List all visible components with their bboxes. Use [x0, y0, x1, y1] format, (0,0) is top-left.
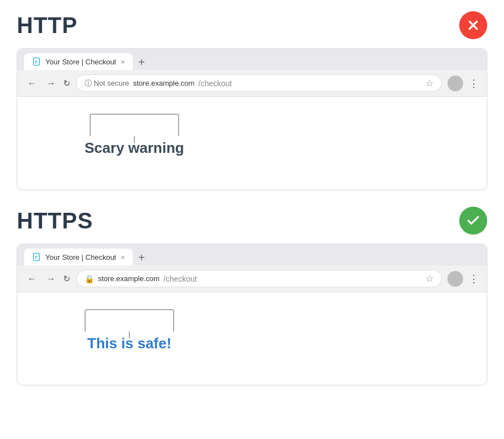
https-browser-tab[interactable]: Your Store | Checkout ×	[24, 249, 133, 265]
http-url-path: /checkout	[198, 79, 232, 88]
http-avatar	[447, 76, 463, 91]
http-forward-button[interactable]: →	[44, 77, 58, 90]
https-bookmark-button[interactable]: ☆	[426, 273, 433, 284]
http-reload-button[interactable]: ↻	[63, 78, 71, 88]
https-tab-title: Your Store | Checkout	[45, 253, 116, 261]
http-url-bar[interactable]: ⓘ Not secure store.example.com/checkout …	[76, 74, 442, 92]
http-section: HTTP Your Store | Checkout × + ← →	[17, 11, 487, 190]
https-section: HTTPS Your Store | Checkout × + ← → ↻	[17, 207, 487, 385]
http-address-bar: ← → ↻ ⓘ Not secure store.example.com/che…	[17, 70, 487, 97]
http-tab-favicon-icon	[32, 57, 41, 66]
http-bookmark-button[interactable]: ☆	[426, 78, 433, 88]
http-bracket-shape	[90, 114, 179, 136]
http-warning-illustration: Scary warning	[85, 114, 184, 157]
https-tab-bar: Your Store | Checkout × +	[17, 244, 487, 265]
https-browser-content: This is safe!	[17, 292, 487, 385]
https-url-path: /checkout	[164, 274, 197, 283]
http-tab-title: Your Store | Checkout	[45, 58, 116, 66]
https-url-bar[interactable]: 🔒 store.example.com/checkout ☆	[76, 270, 442, 287]
http-tab-bar: Your Store | Checkout × +	[17, 49, 487, 70]
https-back-button[interactable]: ←	[25, 273, 39, 285]
http-browser-content: Scary warning	[17, 97, 487, 189]
check-icon	[466, 213, 480, 228]
https-header: HTTPS	[17, 207, 487, 235]
https-menu-button[interactable]: ⋮	[469, 273, 479, 285]
https-forward-button[interactable]: →	[44, 273, 58, 285]
https-reload-button[interactable]: ↻	[63, 274, 71, 284]
http-new-tab-button[interactable]: +	[135, 57, 148, 70]
https-url-base: store.example.com	[98, 274, 160, 283]
http-browser-tab[interactable]: Your Store | Checkout ×	[24, 53, 133, 70]
http-not-secure-label: ⓘ Not secure	[85, 78, 129, 88]
http-header: HTTP	[17, 11, 487, 39]
https-browser-mock: Your Store | Checkout × + ← → ↻ 🔒 store.…	[17, 244, 487, 385]
http-title: HTTP	[17, 13, 77, 38]
https-badge	[459, 207, 487, 235]
http-back-button[interactable]: ←	[25, 77, 39, 90]
http-browser-mock: Your Store | Checkout × + ← → ↻ ⓘ Not se…	[17, 48, 487, 190]
https-address-bar: ← → ↻ 🔒 store.example.com/checkout ☆ ⋮	[17, 265, 487, 292]
close-icon	[466, 18, 480, 32]
https-new-tab-button[interactable]: +	[135, 252, 148, 265]
http-menu-button[interactable]: ⋮	[469, 77, 479, 90]
http-badge	[459, 11, 487, 39]
http-tab-close-button[interactable]: ×	[120, 58, 125, 66]
https-bracket-shape	[85, 309, 174, 331]
https-tab-favicon-icon	[32, 253, 41, 261]
https-safe-illustration: This is safe!	[85, 309, 174, 352]
http-url-base: store.example.com	[133, 79, 194, 87]
https-tab-close-button[interactable]: ×	[120, 254, 125, 261]
https-avatar	[447, 271, 463, 287]
https-lock-icon: 🔒	[85, 274, 94, 283]
https-title: HTTPS	[17, 208, 93, 233]
